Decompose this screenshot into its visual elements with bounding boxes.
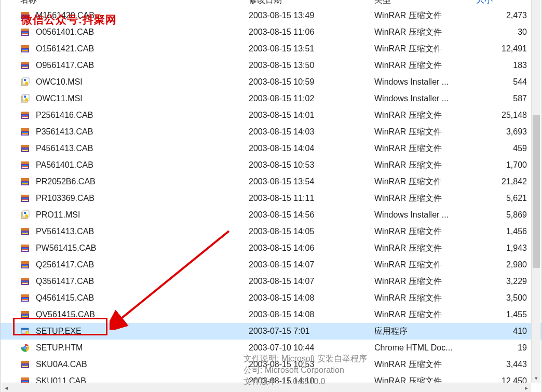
file-date: 2003-08-15 10:53 <box>249 160 314 170</box>
file-type: WinRAR 压缩文件 <box>374 143 442 154</box>
file-name: P4561413.CAB <box>36 144 93 153</box>
file-row[interactable]: OWC11.MSI2003-08-15 11:02Windows Install… <box>1 90 541 107</box>
rar-file-icon <box>20 160 30 170</box>
file-size: 5,869 <box>506 210 527 220</box>
file-type: WinRAR 压缩文件 <box>374 260 442 271</box>
svg-rect-82 <box>22 249 28 250</box>
file-row[interactable]: SETUP.EXE2003-07-15 7:01应用程序410 <box>1 323 541 340</box>
svg-rect-76 <box>22 233 28 233</box>
file-row[interactable]: M1561420.CAB2003-08-15 13:49WinRAR 压缩文件2… <box>1 7 541 24</box>
svg-rect-59 <box>22 182 28 183</box>
file-date: 2003-08-15 10:59 <box>249 77 314 87</box>
svg-rect-117 <box>21 361 29 363</box>
horizontal-scrollbar-thumb[interactable] <box>11 384 522 391</box>
svg-rect-77 <box>22 233 28 234</box>
svg-rect-35 <box>22 115 28 116</box>
file-type: Chrome HTML Doc... <box>374 343 453 353</box>
svg-rect-55 <box>22 167 28 167</box>
svg-rect-23 <box>22 67 28 67</box>
rar-file-icon <box>20 244 30 253</box>
column-header[interactable]: 名称 修改日期 类型 大小 <box>1 0 541 7</box>
rar-file-icon <box>20 44 30 53</box>
svg-rect-106 <box>22 316 28 316</box>
svg-rect-121 <box>22 366 28 367</box>
file-row[interactable]: O0561401.CAB2003-08-15 11:06WinRAR 压缩文件3… <box>1 24 541 40</box>
svg-rect-119 <box>22 364 28 366</box>
vertical-scrollbar[interactable]: ▾ <box>531 0 540 383</box>
scroll-down-icon[interactable]: ▾ <box>532 373 541 383</box>
file-name: QV561415.CAB <box>36 310 95 319</box>
file-row[interactable]: PW561415.CAB2003-08-15 14:06WinRAR 压缩文件1… <box>1 240 541 256</box>
file-row[interactable]: P4561413.CAB2003-08-15 14:04WinRAR 压缩文件4… <box>1 140 541 157</box>
file-date: 2003-08-15 11:06 <box>249 28 314 37</box>
file-row[interactable]: PR2052B6.CAB2003-08-15 13:54WinRAR 压缩文件2… <box>1 173 541 190</box>
file-row[interactable]: O1561421.CAB2003-08-15 13:51WinRAR 压缩文件1… <box>1 40 541 57</box>
svg-rect-65 <box>22 198 28 199</box>
file-row[interactable]: Q4561415.CAB2003-08-15 14:08WinRAR 压缩文件3… <box>1 290 541 306</box>
header-type[interactable]: 类型 <box>374 0 391 6</box>
svg-rect-22 <box>22 66 28 67</box>
file-date: 2003-08-15 13:51 <box>249 44 314 53</box>
file-row[interactable]: SETUP.HTM2003-07-10 10:44Chrome HTML Doc… <box>1 340 541 356</box>
svg-rect-45 <box>21 145 29 147</box>
svg-point-71 <box>25 214 28 218</box>
rar-file-icon <box>20 11 30 20</box>
svg-rect-99 <box>22 298 28 299</box>
header-name[interactable]: 名称 <box>20 0 37 6</box>
file-name: PRO11.MSI <box>36 210 80 220</box>
svg-rect-70 <box>24 212 26 214</box>
file-row[interactable]: Q3561417.CAB2003-08-15 14:07WinRAR 压缩文件3… <box>1 273 541 290</box>
horizontal-scrollbar[interactable]: ◂ ▸ <box>2 383 531 392</box>
file-row[interactable]: PR103369.CAB2003-08-15 11:11WinRAR 压缩文件5… <box>1 190 541 207</box>
file-row[interactable]: PV561413.CAB2003-08-15 14:05WinRAR 压缩文件1… <box>1 223 541 240</box>
svg-rect-1 <box>21 12 29 15</box>
file-type: WinRAR 压缩文件 <box>374 110 442 121</box>
header-date[interactable]: 修改日期 <box>249 0 282 6</box>
file-name: OWC10.MSI <box>36 77 83 87</box>
file-name: M1561420.CAB <box>36 11 94 20</box>
file-name: PW561415.CAB <box>36 244 97 253</box>
file-type: WinRAR 压缩文件 <box>374 243 442 254</box>
scroll-left-icon[interactable]: ◂ <box>2 383 11 393</box>
file-row[interactable]: PA561401.CAB2003-08-15 10:53WinRAR 压缩文件1… <box>1 157 541 173</box>
file-date: 2003-07-15 7:01 <box>249 327 309 336</box>
file-row[interactable]: PRO11.MSI2003-08-15 14:56Windows Install… <box>1 207 541 223</box>
file-row[interactable]: OWC10.MSI2003-08-15 10:59Windows Install… <box>1 74 541 90</box>
svg-rect-11 <box>22 34 28 34</box>
file-row[interactable]: QV561415.CAB2003-08-15 14:08WinRAR 压缩文件1… <box>1 306 541 323</box>
file-date: 2003-07-10 10:44 <box>249 343 314 353</box>
file-name: PA561401.CAB <box>36 160 93 170</box>
file-size: 21,842 <box>502 177 527 186</box>
svg-rect-79 <box>21 245 29 247</box>
file-row[interactable]: P3561413.CAB2003-08-15 14:03WinRAR 压缩文件3… <box>1 124 541 140</box>
file-size: 1,943 <box>506 244 527 253</box>
svg-rect-19 <box>21 62 29 64</box>
file-type: Windows Installer ... <box>374 210 449 220</box>
svg-rect-53 <box>22 165 28 166</box>
svg-rect-81 <box>22 248 28 249</box>
file-type: Windows Installer ... <box>374 77 449 87</box>
svg-rect-48 <box>22 150 28 150</box>
file-row[interactable]: Q2561417.CAB2003-08-15 14:07WinRAR 压缩文件2… <box>1 256 541 273</box>
svg-rect-109 <box>21 328 29 330</box>
vertical-scrollbar-thumb[interactable] <box>533 115 540 268</box>
svg-rect-107 <box>22 316 28 317</box>
file-date: 2003-08-15 13:50 <box>249 61 314 70</box>
scroll-right-icon[interactable]: ▸ <box>522 383 531 393</box>
svg-rect-42 <box>22 133 28 133</box>
file-row[interactable]: O9561417.CAB2003-08-15 13:50WinRAR 压缩文件1… <box>1 57 541 74</box>
rar-file-icon <box>20 227 30 236</box>
header-size[interactable]: 大小 <box>476 0 493 6</box>
file-date: 2003-08-15 10:53 <box>249 360 314 369</box>
file-row[interactable]: SKU0A4.CAB2003-08-15 10:53WinRAR 压缩文件3,4… <box>1 356 541 373</box>
svg-rect-88 <box>22 266 28 266</box>
msi-file-icon <box>20 94 30 103</box>
file-size: 544 <box>513 77 527 87</box>
horizontal-scrollbar-track[interactable] <box>11 383 522 393</box>
file-size: 459 <box>513 144 527 153</box>
svg-rect-7 <box>21 29 29 31</box>
file-row[interactable]: P2561416.CAB2003-08-15 14:01WinRAR 压缩文件2… <box>1 107 541 124</box>
file-size: 3,500 <box>506 293 527 303</box>
file-type: WinRAR 压缩文件 <box>374 127 442 138</box>
file-name: SKU0A4.CAB <box>36 360 87 369</box>
